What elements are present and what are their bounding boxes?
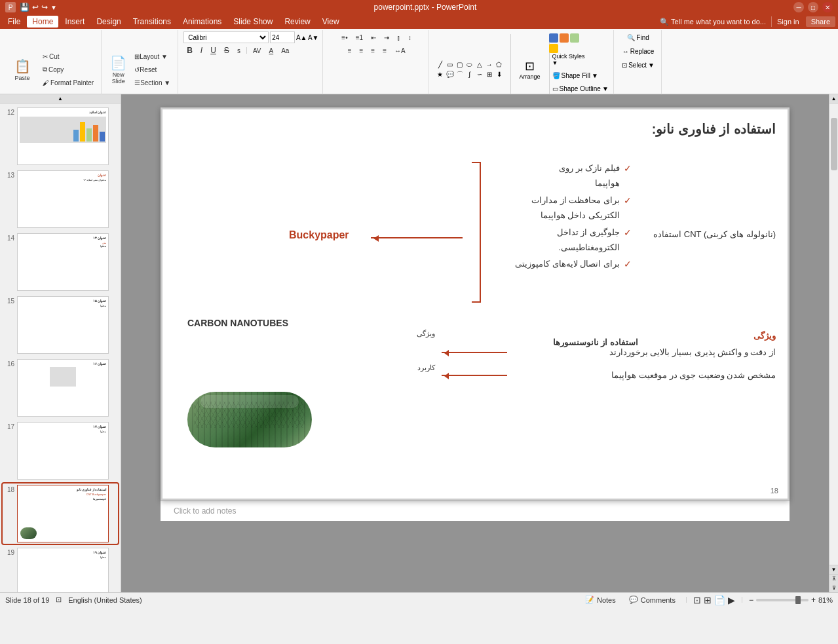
cnt-description[interactable]: (نانولوله های کربنی) CNT استفاده — [653, 229, 776, 239]
sensors-title[interactable]: ویژگی — [753, 331, 776, 341]
scroll-prev-slide[interactable]: ⊼ — [829, 574, 838, 583]
bullets-button[interactable]: ≡• — [338, 31, 351, 43]
star-shape[interactable]: ★ — [436, 70, 445, 79]
arrange-button[interactable]: ⊡ Arrange — [514, 51, 546, 88]
char-spacing-button[interactable]: AV — [250, 45, 265, 56]
rect-shape[interactable]: ▭ — [446, 60, 455, 69]
menu-view[interactable]: View — [317, 16, 345, 28]
freeform-shape[interactable]: ∽ — [475, 70, 484, 79]
menu-design[interactable]: Design — [91, 16, 126, 28]
select-button[interactable]: ⊡ Select▼ — [619, 59, 657, 71]
curve-shape[interactable]: ∫ — [465, 70, 474, 79]
layout-button[interactable]: ⊞ Layout ▼ — [131, 50, 174, 62]
increase-indent-button[interactable]: ⇥ — [381, 31, 392, 43]
slide-title[interactable]: استفاده از فناوری نانو: — [652, 121, 776, 137]
search-bar[interactable]: 🔍 Tell me what you want to do... — [656, 16, 770, 28]
share-btn[interactable]: Share — [806, 16, 835, 27]
zoom-in-btn[interactable]: + — [811, 596, 816, 605]
slide-panel-scroll-up[interactable]: ▲ — [0, 94, 121, 104]
pentagon-shape[interactable]: ⬠ — [495, 60, 504, 69]
arrow-shape[interactable]: → — [485, 60, 494, 69]
decrease-indent-button[interactable]: ⇤ — [368, 31, 379, 43]
menu-home[interactable]: Home — [27, 16, 58, 28]
close-btn[interactable]: ✕ — [822, 2, 833, 12]
replace-button[interactable]: ↔ Replace — [620, 45, 657, 58]
zoom-slider[interactable] — [756, 599, 809, 601]
slide-thumb-15[interactable]: 15 عنوان ۱۵ محتوا — [3, 295, 118, 355]
reading-view-btn[interactable]: 📄 — [714, 595, 725, 605]
undo-quick-btn[interactable]: ↩ — [32, 3, 39, 12]
slide-thumb-17[interactable]: 17 عنوان ۱۷ محتوا — [3, 421, 118, 481]
slide-thumb-16[interactable]: 16 عنوان ۱۶ — [3, 358, 118, 418]
align-left-button[interactable]: ≡ — [345, 45, 355, 56]
format-painter-button[interactable]: 🖌Format Painter — [39, 77, 97, 88]
menu-review[interactable]: Review — [279, 16, 315, 28]
bullet-list[interactable]: ✓ فیلم نازک بر رویهواپیما ✓ برای محافظت … — [515, 161, 632, 273]
more-shapes[interactable]: ⊞ — [485, 70, 494, 79]
zoom-slider-thumb[interactable] — [795, 596, 801, 604]
scroll-down-btn[interactable]: ▼ — [829, 565, 838, 574]
comments-toggle-btn[interactable]: 💬 Comments — [625, 594, 679, 605]
underline-button[interactable]: U — [207, 45, 219, 56]
scroll-track[interactable] — [829, 104, 838, 565]
shape-outline-button[interactable]: ▭ Shape Outline▼ — [552, 83, 609, 94]
slide-thumb-18[interactable]: 18 استفاده از فناوری نانو CNT Buckypaper… — [3, 483, 118, 544]
cut-button[interactable]: ✂Cut — [39, 50, 97, 62]
find-button[interactable]: 🔍 Find — [624, 31, 651, 44]
sensors-label[interactable]: استفاده از نانوسنسورها — [553, 337, 638, 347]
align-center-button[interactable]: ≡ — [356, 45, 366, 56]
minimize-btn[interactable]: ─ — [793, 2, 804, 12]
scroll-next-slide[interactable]: ⊽ — [829, 583, 838, 592]
menu-transitions[interactable]: Transitions — [128, 16, 176, 28]
font-color-button[interactable]: A — [265, 45, 276, 56]
align-right-button[interactable]: ≡ — [368, 45, 378, 56]
slide-thumb-19[interactable]: 19 عنوان ۱۹ محتوا — [3, 546, 118, 592]
text-direction-button[interactable]: ↔A — [391, 45, 409, 56]
menu-insert[interactable]: Insert — [60, 16, 90, 28]
copy-button[interactable]: ⧉Copy — [39, 64, 97, 75]
maximize-btn[interactable]: □ — [808, 2, 818, 12]
sensors-desc-2[interactable]: مشخص شدن وضعیت جوی در موقعیت هواپیما — [611, 370, 776, 380]
section-button[interactable]: ☰ Section ▼ — [131, 77, 174, 88]
columns-button[interactable]: ⫿ — [394, 31, 404, 43]
paste-button[interactable]: 📋 Paste — [7, 51, 38, 88]
line-spacing-button[interactable]: ↕ — [405, 31, 415, 43]
buckypaper-label[interactable]: Buckypaper — [289, 229, 349, 241]
menu-file[interactable]: File — [3, 16, 26, 28]
quick-styles-button[interactable]: Quick Styles ▼ — [552, 31, 585, 68]
clear-format-button[interactable]: Aa — [278, 45, 292, 56]
menu-animations[interactable]: Animations — [178, 16, 227, 28]
zoom-level[interactable]: 81% — [818, 596, 833, 604]
slide-thumb-14[interactable]: 14 عنوان ۱۴ متن محتوا — [3, 232, 118, 292]
font-name-select[interactable]: Calibri — [183, 31, 269, 43]
line-shape[interactable]: ╱ — [436, 60, 445, 69]
redo-quick-btn[interactable]: ↪ — [41, 3, 48, 12]
save-quick-btn[interactable]: 💾 — [20, 3, 29, 12]
font-grow-button[interactable]: A▲ — [296, 32, 307, 43]
slide-thumb-12[interactable]: 12 عنوان اسلاید — [3, 106, 118, 166]
sensors-desc-1[interactable]: از دقت و واکنش پذیری بسیار بالایی برخورد… — [609, 347, 776, 357]
text-shadow-button[interactable]: s — [234, 45, 244, 56]
oval-shape[interactable]: ⬭ — [465, 60, 474, 69]
shape-down-arrow[interactable]: ⬇ — [495, 70, 504, 79]
right-scrollbar[interactable]: ▲ ▼ ⊼ ⊽ — [829, 94, 838, 592]
connector-shape[interactable]: ⌒ — [455, 70, 465, 79]
notes-input-area[interactable]: Click to add notes — [161, 501, 790, 521]
font-size-input[interactable] — [270, 31, 295, 43]
font-shrink-button[interactable]: A▼ — [308, 32, 318, 43]
scroll-up-btn[interactable]: ▲ — [829, 94, 838, 104]
triangle-shape[interactable]: △ — [475, 60, 484, 69]
round-rect-shape[interactable]: ▢ — [455, 60, 465, 69]
reset-button[interactable]: ↺ Reset — [131, 64, 174, 75]
slide-sorter-btn[interactable]: ⊞ — [704, 595, 712, 605]
justify-button[interactable]: ≡ — [379, 45, 390, 56]
new-slide-button[interactable]: 📄 NewSlide — [107, 51, 130, 88]
scroll-thumb[interactable] — [831, 118, 837, 170]
slide-thumb-13[interactable]: 13 عنوان محتوای متنی اسلاید ۱۳ — [3, 169, 118, 229]
shape-fill-button[interactable]: 🪣 Shape Fill▼ — [552, 69, 609, 81]
notes-toggle-btn[interactable]: 📝 Notes — [581, 594, 620, 605]
customize-quick-btn[interactable]: ▼ — [50, 4, 57, 11]
signin-btn[interactable]: Sign in — [771, 16, 805, 27]
zoom-out-btn[interactable]: − — [749, 596, 753, 605]
callout-shape[interactable]: 💬 — [446, 70, 455, 79]
